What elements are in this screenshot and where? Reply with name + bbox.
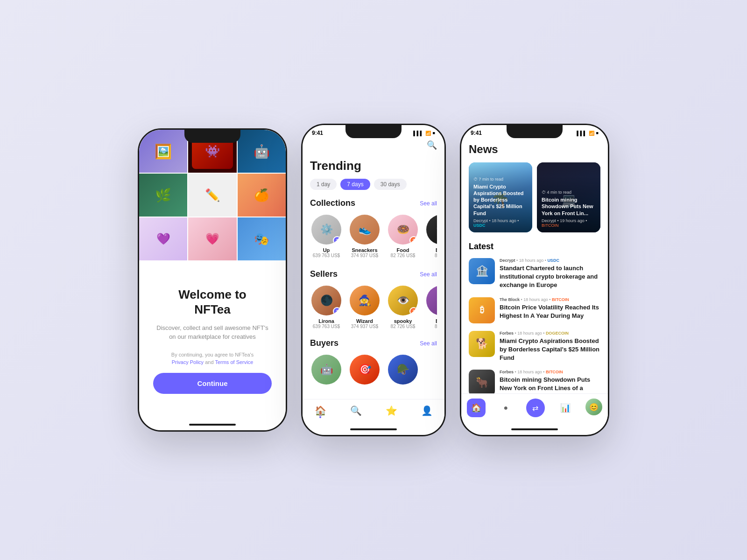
- search-button[interactable]: 🔍: [427, 140, 437, 150]
- news-content: News 🌴 ⏱ 7 min to read Miami Crypto Aspi…: [461, 138, 608, 393]
- signal-icon: ▌▌▌: [413, 131, 423, 136]
- coin-tag-miami: USDC: [473, 223, 486, 228]
- terms-text: By continuing, you agree to NFTea's Priv…: [171, 351, 254, 366]
- nav3-exchange[interactable]: ⇄: [526, 399, 545, 417]
- nav-favorites[interactable]: ⭐: [386, 405, 397, 416]
- star-icon: ⭐: [386, 405, 397, 416]
- phone-notch: [184, 130, 240, 143]
- nft-gallery: 🖼️ 👾 🤖 🌿 ✏️: [139, 130, 286, 260]
- welcome-content: Welcome to NFTea Discover, collect and s…: [139, 260, 286, 421]
- latest-item-2[interactable]: ₿ The Block • 18 hours ago • BITCOIN Bit…: [469, 297, 600, 323]
- status-icons-3: ▌▌▌ 📶 ■: [577, 131, 599, 136]
- news-card-title-miami: Miami Crypto Aspirations Boosted by Bord…: [473, 183, 528, 217]
- signal-icon-3: ▌▌▌: [577, 131, 586, 136]
- news-thumb-3: 🐕: [469, 331, 495, 357]
- collection-up[interactable]: ⚙️ 1 Up 639 763 US$: [310, 215, 343, 258]
- seller-wizard[interactable]: 🧙 Wizard 374 937 US$: [348, 286, 381, 329]
- gallery-cell-7: 💜: [139, 217, 187, 260]
- collection-sneackers[interactable]: 👟 Sneackers 374 937 US$: [348, 215, 381, 258]
- nav3-markets[interactable]: ●: [496, 399, 515, 417]
- sellers-see-all[interactable]: See all: [420, 271, 437, 278]
- phone-welcome: 🖼️ 👾 🤖 🌿 ✏️: [138, 128, 287, 432]
- buyer-3[interactable]: 🪖: [387, 355, 419, 387]
- gallery-cell-8: 💗: [188, 217, 236, 260]
- news-card-btc[interactable]: 💻 ⏱ 4 min to read Bitcoin mining Showdow…: [537, 162, 600, 232]
- wifi-icon-3: 📶: [589, 131, 594, 136]
- badge-1: 1: [333, 236, 341, 245]
- latest-item-4[interactable]: 🐂 Forbes • 18 hours ago • BITCOIN Bitcoi…: [469, 370, 600, 393]
- phone1-screen: 🖼️ 👾 🤖 🌿 ✏️: [139, 130, 286, 430]
- exchange-icon: ⇄: [532, 404, 538, 413]
- buyers-see-all[interactable]: See all: [420, 340, 437, 347]
- collection-price-food: 82 726 US$: [391, 253, 416, 258]
- collections-see-all[interactable]: See all: [420, 200, 437, 207]
- news-card-meta-btc: Decrypt • 19 hours ago • BITCOIN: [542, 218, 596, 228]
- seller-name-wizard: Wizard: [356, 318, 373, 324]
- seller-avatar-wizard: 🧙: [350, 286, 380, 315]
- collection-name-up: Up: [323, 247, 330, 253]
- buyer-2[interactable]: 🎯: [348, 355, 381, 387]
- nav3-portfolio[interactable]: 📊: [556, 399, 575, 417]
- badge-3: 3: [409, 236, 418, 245]
- search-nav-icon: 🔍: [350, 405, 362, 416]
- news-title: News: [469, 143, 600, 156]
- nav-home[interactable]: 🏠: [315, 405, 326, 416]
- seller-avatar-lirona: 🌑 1: [311, 286, 341, 315]
- filter-tab-7days[interactable]: 7 days: [340, 179, 370, 190]
- privacy-policy-link[interactable]: Privacy Policy: [172, 359, 204, 365]
- coin-tag-btc: BITCOIN: [542, 223, 559, 228]
- collection-avatar-sneackers: 👟: [350, 215, 380, 245]
- seller-badge-3: 3: [409, 307, 418, 315]
- collection-bu[interactable]: 🔮 Bu... 81 7...: [425, 215, 437, 258]
- gallery-cell-6: 🍊: [238, 174, 286, 217]
- home-icon: 🏠: [315, 405, 326, 416]
- filter-tab-1day[interactable]: 1 day: [310, 179, 337, 190]
- welcome-title: Welcome to NFTea: [178, 287, 246, 316]
- buyers-row: 🤖 🎯 🪖: [310, 355, 437, 387]
- nav3-avatar[interactable]: 😊: [585, 399, 602, 415]
- home-icon-3: 🏠: [471, 403, 481, 413]
- status-icons-2: ▌▌▌ 📶 ■: [413, 131, 435, 136]
- latest-item-3[interactable]: 🐕 Forbes • 18 hours ago • DOGECOIN Miami…: [469, 331, 600, 363]
- nav-search[interactable]: 🔍: [350, 405, 362, 416]
- home-indicator-2: [350, 428, 397, 430]
- trending-content: 🔍 Trending 1 day 7 days 30 days Collecti…: [303, 138, 444, 399]
- buyer-1[interactable]: 🤖: [310, 355, 343, 387]
- filter-tab-30days[interactable]: 30 days: [374, 179, 407, 190]
- collection-price-bu: 81 7...: [435, 253, 437, 258]
- home-indicator-3: [511, 428, 558, 430]
- terms-of-service-link[interactable]: Terms of Service: [215, 359, 253, 365]
- seller-lirona[interactable]: 🌑 1 Lirona 639 763 US$: [310, 286, 343, 329]
- home-indicator: [189, 424, 236, 426]
- news-item-content-4: Forbes • 18 hours ago • BITCOIN Bitcoin …: [500, 370, 600, 393]
- news-source-3: Forbes • 18 hours ago • DOGECOIN: [500, 331, 600, 336]
- portfolio-icon: 📊: [560, 403, 571, 413]
- collection-avatar-food: 🍩 3: [388, 215, 418, 245]
- sellers-section-header: Sellers See all: [310, 269, 437, 279]
- bottom-nav-3: 🏠 ● ⇄ 📊 😊: [461, 393, 608, 426]
- seller-avatar-bu: 🔮: [426, 286, 437, 315]
- seller-price-bu: 81 7...: [435, 324, 437, 329]
- collections-title: Collections: [310, 198, 355, 208]
- search-header: 🔍: [310, 138, 437, 154]
- news-item-title-3: Miami Crypto Aspirations Boosted by Bord…: [500, 337, 600, 363]
- collection-avatar-up: ⚙️ 1: [311, 215, 341, 245]
- seller-badge-1: 1: [333, 307, 341, 315]
- buyer-avatar-3: 🪖: [388, 355, 418, 385]
- collection-food[interactable]: 🍩 3 Food 82 726 US$: [387, 215, 419, 258]
- nav-dot: [319, 416, 321, 418]
- coin-usdc-1: USDC: [547, 258, 559, 263]
- seller-bu[interactable]: 🔮 Bu... 81 7...: [425, 286, 437, 329]
- latest-item-1[interactable]: 🏦 Decrypt • 18 hours ago • USDC Standart…: [469, 258, 600, 290]
- news-thumb-2: ₿: [469, 297, 495, 323]
- news-thumb-1: 🏦: [469, 258, 495, 284]
- continue-button[interactable]: Continue: [153, 373, 272, 394]
- nav3-home[interactable]: 🏠: [467, 399, 486, 417]
- nav-profile[interactable]: 👤: [421, 405, 433, 416]
- seller-name-spooky: spooky: [394, 318, 412, 324]
- buyers-section-header: Buyers See all: [310, 338, 437, 348]
- news-card-miami[interactable]: 🌴 ⏱ 7 min to read Miami Crypto Aspiratio…: [469, 162, 532, 232]
- wifi-icon: 📶: [425, 131, 431, 136]
- gallery-cell-3: 🤖: [238, 130, 286, 173]
- seller-spooky[interactable]: 👁️ 3 spooky 82 726 US$: [387, 286, 419, 329]
